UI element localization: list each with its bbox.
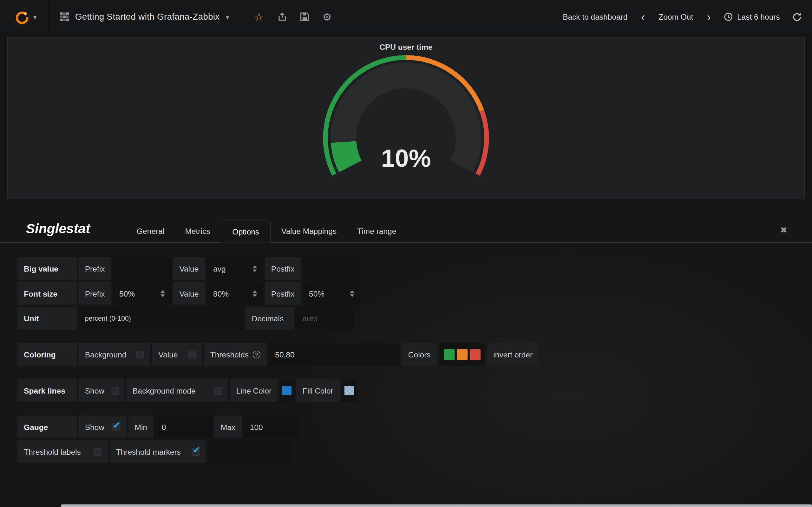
big-value-postfix-input[interactable] xyxy=(303,257,360,280)
select-arrows-icon xyxy=(350,290,354,297)
decimals-input[interactable]: auto xyxy=(296,307,354,330)
spark-background-mode-label: Background mode xyxy=(133,386,196,395)
empty-input-cell xyxy=(208,440,291,463)
caret-down-icon xyxy=(226,12,229,21)
threshold-color-3-swatch[interactable] xyxy=(469,349,480,360)
big-value-label: Big value xyxy=(18,257,77,280)
select-arrows-icon xyxy=(161,290,165,297)
font-size-value-value: 80% xyxy=(213,289,229,298)
spark-show-checkbox[interactable] xyxy=(111,387,118,394)
gauge-max-label: Max xyxy=(214,415,241,438)
threshold-labels-checkbox[interactable] xyxy=(94,448,101,455)
threshold-toggles-row: Threshold labels Threshold markers xyxy=(18,440,812,463)
grafana-app: Getting Started with Grafana-Zabbix xyxy=(0,0,812,507)
thresholds-input[interactable]: 50,80 xyxy=(269,343,400,366)
spark-lines-row: Spark lines Show Background mode Line Co… xyxy=(18,379,812,402)
fill-color-cell xyxy=(342,379,356,402)
coloring-background-label: Background xyxy=(85,350,126,359)
unit-picker[interactable]: percent (0-100) xyxy=(79,307,243,330)
threshold-markers-checkbox[interactable] xyxy=(192,448,200,455)
help-circle-icon[interactable] xyxy=(253,350,260,358)
coloring-value-label: Value xyxy=(159,350,178,359)
dashboard-grid-icon xyxy=(60,12,69,21)
spark-show-label: Show xyxy=(85,386,104,395)
big-value-postfix-label: Postfix xyxy=(265,257,301,280)
coloring-background-checkbox[interactable] xyxy=(136,350,144,358)
gauge-show-checkbox[interactable] xyxy=(112,423,120,431)
fill-color-swatch[interactable] xyxy=(344,386,353,395)
gauge-max-input[interactable]: 100 xyxy=(244,415,300,438)
select-arrows-icon xyxy=(252,290,257,297)
horizontal-scrollbar[interactable] xyxy=(61,504,812,507)
dashboard-title-button[interactable]: Getting Started with Grafana-Zabbix xyxy=(50,0,241,34)
save-icon[interactable] xyxy=(300,12,309,21)
dashboard-actions xyxy=(241,0,332,34)
line-color-swatch[interactable] xyxy=(282,386,292,395)
zoom-out-button[interactable]: Zoom Out xyxy=(658,12,693,21)
font-size-postfix-select[interactable]: 50% xyxy=(303,282,360,305)
options-form: Big value Prefix Value avg Postfix Font … xyxy=(0,243,812,463)
unit-row: Unit percent (0-100) Decimals auto xyxy=(18,307,812,330)
font-size-postfix-value: 50% xyxy=(309,289,324,298)
back-to-dashboard-link[interactable]: Back to dashboard xyxy=(563,12,627,21)
gauge-svg: 10% xyxy=(295,54,517,184)
grafana-logo-menu[interactable] xyxy=(0,0,50,34)
coloring-background-option: Background xyxy=(79,343,150,366)
gear-icon[interactable] xyxy=(322,10,332,23)
font-size-prefix-label: Prefix xyxy=(79,282,111,305)
gauge-value-text: 10% xyxy=(381,144,431,172)
thresholds-value: 50,80 xyxy=(275,350,294,359)
fill-color-label: Fill Color xyxy=(296,379,339,402)
dashboard-title: Getting Started with Grafana-Zabbix xyxy=(75,12,220,22)
threshold-markers-label: Threshold markers xyxy=(116,447,181,456)
threshold-labels-option: Threshold labels xyxy=(18,440,108,463)
font-size-prefix-select[interactable]: 50% xyxy=(113,282,171,305)
font-size-prefix-value: 50% xyxy=(119,289,135,298)
tab-value-mappings[interactable]: Value Mappings xyxy=(271,220,347,242)
panel-title[interactable]: CPU user time xyxy=(8,38,804,51)
unit-label: Unit xyxy=(18,307,77,330)
font-size-value-select[interactable]: 80% xyxy=(207,282,263,305)
gauge-label: Gauge xyxy=(18,415,77,438)
big-value-prefix-input[interactable] xyxy=(113,257,171,280)
tab-options[interactable]: Options xyxy=(220,221,271,243)
close-editor-icon[interactable] xyxy=(780,225,787,235)
tab-time-range[interactable]: Time range xyxy=(347,220,407,242)
coloring-value-checkbox[interactable] xyxy=(188,350,196,358)
tab-metrics[interactable]: Metrics xyxy=(175,220,220,242)
gauge-chart: 10% xyxy=(8,51,804,199)
share-icon[interactable] xyxy=(277,12,287,21)
time-range-label: Last 6 hours xyxy=(737,12,780,21)
big-value-prefix-label: Prefix xyxy=(79,257,111,280)
thresholds-label: Thresholds xyxy=(210,350,249,359)
decimals-placeholder: auto xyxy=(302,314,317,323)
decimals-label: Decimals xyxy=(246,307,294,330)
panel-cpu-user-time: CPU user time 10% xyxy=(7,38,805,199)
gauge-show-option: Show xyxy=(79,415,126,438)
value-options-group: Big value Prefix Value avg Postfix Font … xyxy=(18,257,812,330)
coloring-label: Coloring xyxy=(18,343,77,366)
clock-icon xyxy=(724,12,733,21)
gauge-value-arc xyxy=(344,142,350,166)
big-value-stat-select[interactable]: avg xyxy=(207,257,263,280)
gauge-group: Gauge Show Min 0 Max 100 Threshold label… xyxy=(18,415,812,463)
fill-color-overlay xyxy=(344,386,353,395)
gauge-show-label: Show xyxy=(85,422,104,431)
gauge-min-value: 0 xyxy=(162,422,166,431)
font-size-label: Font size xyxy=(18,282,77,305)
time-range-picker[interactable]: Last 6 hours xyxy=(724,12,780,21)
editor-header: Singlestat General Metrics Options Value… xyxy=(0,220,812,243)
threshold-color-2-swatch[interactable] xyxy=(456,349,467,360)
star-icon[interactable] xyxy=(254,10,264,23)
refresh-icon[interactable] xyxy=(792,12,802,21)
tab-general[interactable]: General xyxy=(126,220,174,242)
gauge-min-input[interactable]: 0 xyxy=(155,415,212,438)
threshold-color-1-swatch[interactable] xyxy=(444,349,454,360)
thresholds-label-cell: Thresholds xyxy=(204,343,267,366)
invert-order-button[interactable]: invert order xyxy=(487,343,539,366)
threshold-markers-option: Threshold markers xyxy=(110,440,206,463)
navbar-right: Back to dashboard Zoom Out Last 6 hours xyxy=(563,0,812,34)
spark-lines-label: Spark lines xyxy=(18,379,77,402)
spark-background-mode-checkbox[interactable] xyxy=(214,387,221,394)
panel-editor: Singlestat General Metrics Options Value… xyxy=(0,220,812,463)
